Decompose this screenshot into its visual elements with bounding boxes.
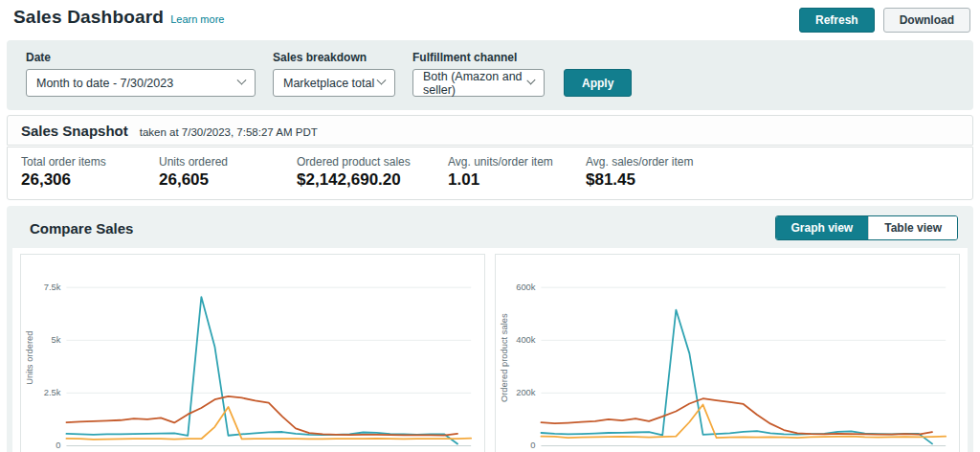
stat-ordered-product-sales: Ordered product sales $2,142,690.20 — [297, 155, 448, 190]
svg-text:0: 0 — [530, 441, 535, 450]
view-toggle: Graph view Table view — [775, 215, 959, 240]
apply-button[interactable]: Apply — [564, 69, 632, 97]
sales-breakdown-select-value: Marketplace total — [283, 77, 374, 90]
sales-snapshot-header: Sales Snapshot taken at 7/30/2023, 7:58:… — [7, 115, 973, 146]
sales-breakdown-filter: Sales breakdown Marketplace total — [273, 51, 395, 97]
refresh-button[interactable]: Refresh — [799, 8, 875, 33]
snapshot-timestamp: taken at 7/30/2023, 7:58:27 AM PDT — [140, 126, 318, 138]
date-select-value: Month to date - 7/30/2023 — [36, 77, 173, 90]
ordered-product-sales-svg: 0200k400k600k135791113151719212325272931… — [498, 257, 957, 452]
units-ordered-chart: 02.5k5k7.5k135791113151719212325272931Un… — [20, 254, 485, 452]
svg-text:600k: 600k — [516, 282, 536, 292]
download-button[interactable]: Download — [883, 8, 970, 33]
fulfillment-channel-filter: Fulfillment channel Both (Amazon and sel… — [412, 51, 545, 97]
fulfillment-channel-select[interactable]: Both (Amazon and seller) — [412, 69, 545, 97]
svg-text:5k: 5k — [52, 335, 61, 345]
stat-avg-sales-per-order: Avg. sales/order item $81.45 — [586, 155, 724, 190]
y-axis-label: Ordered product sales — [500, 313, 509, 402]
sales-breakdown-label: Sales breakdown — [273, 51, 395, 64]
chevron-down-icon — [377, 76, 387, 85]
stat-label: Avg. sales/order item — [586, 155, 724, 169]
compare-sales-section: Compare Sales Graph view Table view 02.5… — [7, 206, 973, 452]
snapshot-stats-row: Total order items 26,306 Units ordered 2… — [7, 147, 973, 200]
stat-label: Units ordered — [159, 155, 297, 169]
table-view-button[interactable]: Table view — [868, 216, 957, 239]
date-filter: Date Month to date - 7/30/2023 — [26, 51, 256, 97]
ordered-product-sales-chart: 0200k400k600k135791113151719212325272931… — [495, 254, 960, 452]
page-title: Sales Dashboard — [13, 7, 164, 28]
stat-total-order-items: Total order items 26,306 — [21, 155, 159, 190]
page-header: Sales Dashboard Learn more Refresh Downl… — [0, 0, 980, 37]
sales-snapshot-title: Sales Snapshot — [21, 123, 128, 139]
svg-text:200k: 200k — [516, 388, 536, 397]
stat-value: 1.01 — [448, 170, 586, 190]
charts-container: 02.5k5k7.5k135791113151719212325272931Un… — [12, 248, 968, 452]
line-teal-current-month — [66, 297, 457, 443]
compare-sales-header: Compare Sales Graph view Table view — [7, 206, 973, 248]
line-teal-current-month — [541, 310, 932, 444]
learn-more-link[interactable]: Learn more — [170, 13, 224, 25]
y-axis-label: Units ordered — [25, 331, 34, 385]
filter-bar: Date Month to date - 7/30/2023 Sales bre… — [7, 40, 973, 110]
date-select[interactable]: Month to date - 7/30/2023 — [26, 69, 256, 97]
line-orange-comparison — [541, 398, 932, 434]
stat-label: Ordered product sales — [297, 155, 448, 169]
stat-units-ordered: Units ordered 26,605 — [159, 155, 297, 190]
stat-label: Total order items — [21, 155, 159, 169]
stat-label: Avg. units/order item — [448, 155, 586, 169]
stat-value: $2,142,690.20 — [297, 170, 448, 190]
stat-value: 26,605 — [159, 170, 297, 190]
stat-value: $81.45 — [586, 170, 724, 190]
fulfillment-channel-select-value: Both (Amazon and seller) — [423, 70, 528, 97]
sales-breakdown-select[interactable]: Marketplace total — [273, 69, 395, 97]
svg-text:400k: 400k — [516, 335, 536, 345]
compare-sales-title: Compare Sales — [30, 220, 133, 237]
line-orange-comparison — [66, 396, 457, 436]
stat-avg-units-per-order: Avg. units/order item 1.01 — [448, 155, 586, 190]
graph-view-button[interactable]: Graph view — [776, 216, 869, 239]
chevron-down-icon — [237, 76, 247, 85]
units-ordered-svg: 02.5k5k7.5k135791113151719212325272931Un… — [23, 257, 482, 452]
fulfillment-channel-label: Fulfillment channel — [412, 51, 545, 64]
date-label: Date — [26, 51, 256, 64]
svg-text:7.5k: 7.5k — [44, 282, 61, 292]
svg-text:0: 0 — [56, 441, 60, 450]
svg-text:2.5k: 2.5k — [44, 388, 61, 397]
stat-value: 26,306 — [21, 170, 159, 190]
